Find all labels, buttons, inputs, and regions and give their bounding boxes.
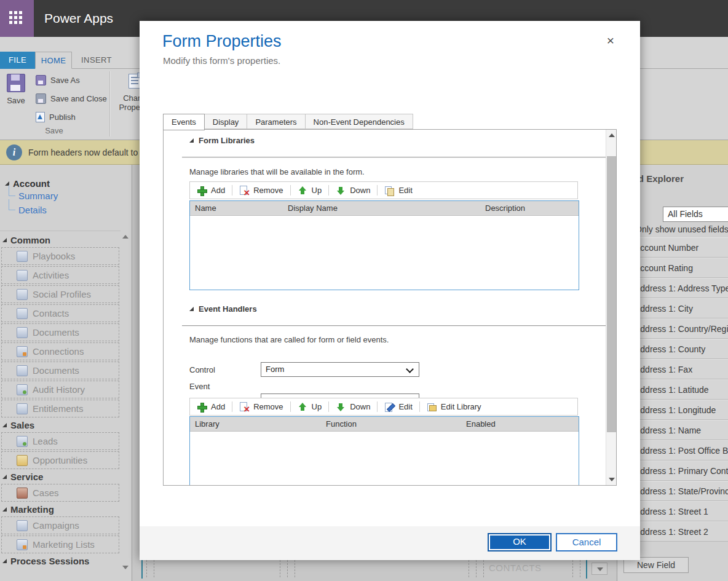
edit-button[interactable]: Edit	[378, 398, 419, 415]
publish-button[interactable]: Publish	[36, 110, 76, 124]
tab-file[interactable]: FILE	[0, 52, 35, 69]
collapse-icon	[2, 238, 7, 242]
event-handlers-description: Manage functions that are called for for…	[189, 335, 389, 344]
column-library: Library	[195, 419, 220, 429]
tab-display[interactable]: Display	[205, 114, 248, 129]
edit-button[interactable]: Edit	[378, 182, 419, 199]
tab-non-event-dependencies[interactable]: Non-Event Dependencies	[306, 114, 413, 129]
nav-item-documents[interactable]: Documents	[1, 323, 119, 341]
ribbon-separator	[109, 71, 111, 136]
collapse-icon	[2, 423, 7, 427]
edit-library-icon	[427, 402, 437, 412]
nav-item-cases[interactable]: Cases	[1, 484, 119, 502]
unused-fields-label: Only show unused fields	[635, 224, 728, 234]
canvas-section-edge	[141, 560, 143, 579]
info-icon: i	[6, 144, 22, 160]
account-section-header[interactable]: Account	[0, 178, 121, 189]
down-button[interactable]: Down	[329, 398, 377, 415]
app-launcher-button[interactable]	[0, 0, 34, 37]
nav-item-documents-2[interactable]: Documents	[1, 362, 119, 379]
section-process-sessions[interactable]: Process Sessions	[0, 555, 121, 567]
remove-icon	[239, 186, 249, 196]
nav-sections: Common Playbooks Activities Social Profi…	[0, 231, 121, 568]
divider	[182, 157, 609, 158]
form-libraries-table[interactable]: Name Display Name Description	[189, 200, 579, 290]
column-display-name: Display Name	[288, 204, 338, 213]
dialog-footer: OK Cancel	[140, 526, 640, 560]
add-button[interactable]: Add	[190, 182, 232, 199]
contacts-icon	[17, 308, 28, 319]
down-button[interactable]: Down	[329, 182, 377, 199]
collapse-icon	[2, 507, 7, 512]
add-button[interactable]: Add	[190, 398, 232, 415]
field-filter-select[interactable]: All Fields	[663, 207, 728, 222]
column-name: Name	[195, 204, 216, 213]
tab-home[interactable]: HOME	[35, 52, 72, 69]
nav-item-campaigns[interactable]: Campaigns	[1, 516, 119, 534]
events-tab-panel: Form Libraries Manage libraries that wil…	[163, 129, 617, 486]
nav-item-opportunities[interactable]: Opportunities	[1, 451, 119, 469]
nav-scroll-up-icon[interactable]	[122, 235, 129, 239]
leads-icon	[17, 436, 28, 447]
nav-item-leads[interactable]: Leads	[1, 432, 119, 450]
up-arrow-icon	[298, 402, 307, 412]
up-button[interactable]: Up	[291, 182, 329, 199]
scroll-down-icon[interactable]	[609, 478, 615, 481]
down-arrow-icon	[336, 186, 346, 196]
playbooks-icon	[17, 251, 28, 262]
dialog-subtitle: Modify this form's properties.	[163, 55, 280, 66]
canvas-section-edge	[586, 560, 587, 579]
tab-events[interactable]: Events	[163, 114, 205, 130]
form-libraries-toolbar: Add Remove Up Down Edit	[189, 181, 578, 199]
collapse-icon	[189, 138, 194, 143]
remove-button[interactable]: Remove	[232, 182, 290, 199]
nav-item-connections[interactable]: Connections	[1, 342, 119, 360]
nav-item-contacts[interactable]: Contacts	[1, 304, 119, 322]
save-and-close-button[interactable]: Save and Close	[36, 92, 107, 105]
tab-insert[interactable]: INSERT	[72, 52, 121, 69]
add-icon	[197, 402, 207, 412]
up-button[interactable]: Up	[291, 398, 329, 415]
column-enabled: Enabled	[466, 419, 496, 429]
nav-item-audit-history[interactable]: Audit History	[1, 381, 119, 398]
audit-history-icon	[17, 384, 28, 395]
nav-item-activities[interactable]: Activities	[1, 266, 119, 284]
scroll-up-icon[interactable]	[609, 133, 615, 137]
section-service[interactable]: Service	[0, 470, 121, 483]
ribbon-group-label: Save	[0, 126, 108, 135]
canvas-dashed-line	[295, 560, 295, 577]
section-sales[interactable]: Sales	[0, 419, 121, 431]
scrollbar-thumb[interactable]	[607, 156, 616, 432]
event-handlers-table[interactable]: Library Function Enabled	[189, 416, 579, 486]
event-handlers-header[interactable]: Event Handlers	[189, 304, 257, 314]
nav-item-entitlements[interactable]: Entitlements	[1, 400, 119, 417]
contacts-tab-label: CONTACTS	[489, 560, 541, 576]
close-icon[interactable]: ×	[603, 33, 619, 49]
save-button[interactable]: Save	[2, 73, 30, 113]
dialog-scrollbar[interactable]	[606, 130, 616, 485]
nav-item-details[interactable]: Details	[0, 203, 121, 217]
nav-item-marketing-lists[interactable]: Marketing Lists	[1, 536, 119, 553]
nav-item-playbooks[interactable]: Playbooks	[1, 247, 119, 265]
remove-button[interactable]: Remove	[232, 398, 290, 415]
control-select[interactable]: Form	[261, 362, 419, 377]
waffle-icon	[9, 11, 24, 26]
info-banner-text: Form headers now default to hi	[28, 140, 147, 165]
tab-parameters[interactable]: Parameters	[247, 114, 305, 129]
nav-scroll-down-icon[interactable]	[122, 566, 129, 569]
section-marketing[interactable]: Marketing	[0, 503, 121, 515]
edit-library-button[interactable]: Edit Library	[420, 398, 488, 415]
section-common[interactable]: Common	[0, 234, 121, 246]
edit-icon	[384, 186, 394, 196]
cancel-button[interactable]: Cancel	[556, 533, 617, 551]
form-libraries-header[interactable]: Form Libraries	[189, 136, 255, 145]
canvas-dashed-line	[469, 560, 469, 577]
form-properties-dialog: Form Properties Modify this form's prope…	[140, 21, 640, 560]
opportunities-icon	[17, 455, 28, 466]
add-icon	[197, 186, 207, 196]
ok-button[interactable]: OK	[488, 533, 552, 551]
save-as-button[interactable]: Save As	[36, 73, 80, 87]
nav-item-summary[interactable]: Summary	[0, 189, 121, 203]
nav-item-social-profiles[interactable]: Social Profiles	[1, 285, 119, 303]
canvas-dropdown-button[interactable]	[592, 563, 607, 575]
